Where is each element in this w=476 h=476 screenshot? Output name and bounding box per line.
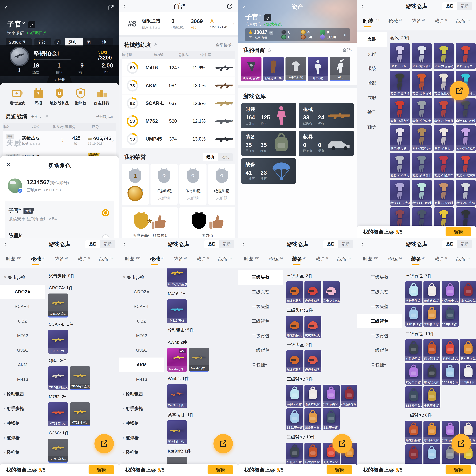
item-card[interactable]: 套装-SS17特训 [456,98,476,123]
sidebar-item[interactable]: ∨ 突击步枪 [119,270,164,285]
item-card[interactable]: SS9赛季背... [460,363,476,385]
all-link[interactable]: 全部 [342,48,350,53]
sidebar-item[interactable]: › 霰弹枪 [119,430,164,445]
item-card[interactable]: 套装-牛气满满 [456,153,476,178]
tab[interactable]: 战备41 [456,256,470,263]
sidebar-item[interactable]: › 射手步枪 [119,401,164,416]
sort-latest-button[interactable]: 最新 [219,240,234,248]
showcase-item[interactable]: 法斗尖角面罩 [241,57,261,81]
item-card[interactable]: 马卡龙头盔(... [323,281,340,304]
sidebar-item[interactable]: ∨ 突击步枪 [0,270,45,285]
toggle-classic[interactable]: 经典 [203,153,218,161]
item-card[interactable]: AWM-乌木... [189,348,209,372]
sort-quality-button[interactable]: 品质 [442,2,457,10]
sidebar-item[interactable]: › 射手步枪 [0,401,45,416]
tab[interactable]: 枪械33 [269,256,283,263]
item-card[interactable]: 套装-金鼠迎春 [434,153,454,178]
sidebar-item[interactable]: QBZ [0,314,45,328]
item-card[interactable]: 洛神天依背... [405,281,422,304]
tab[interactable]: 装备35 [411,255,425,264]
item-card[interactable]: M416-夜灯 [167,299,187,323]
mode-tab[interactable]: 团竞 [83,38,98,47]
all-matches-link[interactable]: 全部对局 [96,114,112,119]
sidebar-item[interactable]: 鞋子 [357,119,387,134]
share-fab[interactable] [332,434,352,453]
item-card[interactable] [424,444,440,466]
sidebar-item[interactable]: 三级背包 [238,314,283,328]
item-card[interactable]: 瑞龙福将头... [286,281,303,304]
seal-card[interactable]: ? 绝世印记 未解锁 [208,164,236,205]
mode-tab[interactable]: 地铁 [98,38,113,47]
item-card[interactable]: SS11赛季背... [442,363,459,385]
item-card[interactable]: AKM-虎虎生威 [167,269,187,287]
warehouse-category-card[interactable]: 装备 35已拥有 35稀有 [241,131,296,156]
seal-card[interactable]: ? 卓越印记 未解锁 [151,164,178,205]
share-fab[interactable] [450,81,469,101]
toggle-metro[interactable]: 地铁 [218,153,233,161]
item-card[interactable]: 暗夜玫瑰背... [424,281,440,304]
edit-button[interactable]: 编辑 [445,227,471,236]
item-card[interactable]: 套装-甜蜜熊... [434,125,454,151]
warehouse-category-card[interactable]: 载具 0已拥有 0稀有 [299,131,354,156]
close-icon[interactable]: ✕ [6,161,11,168]
item-card[interactable]: M762-牛气... [70,402,90,426]
item-card[interactable]: 套装-福星高照 [390,98,410,123]
item-card[interactable]: 虎虎生威头... [305,281,321,304]
item-card[interactable]: M762-瑞龙... [48,402,68,426]
edit-button[interactable]: 编辑 [88,465,114,474]
share-fab[interactable] [213,434,233,453]
sort-latest-button[interactable]: 最新 [457,240,472,248]
gun-row[interactable]: 62 SCAR-L 637 12.9% › [121,94,236,112]
item-card[interactable]: SS9赛季背... [424,305,440,327]
quick-action[interactable]: 启动游戏 [7,88,28,106]
tab[interactable]: 战备41 [218,256,232,263]
sidebar-item[interactable]: 二级背包 [238,328,283,343]
gun-row[interactable]: 73 AKM 984 13.0% › [121,77,236,94]
tab[interactable]: 装备35 [292,255,306,264]
sidebar-item[interactable]: › 轻机枪 [119,445,164,459]
item-card[interactable]: 套装-格斗先锋 [456,180,476,206]
sidebar-item[interactable]: 二级头盔 [357,285,402,299]
back-icon[interactable]: ‹ [123,2,126,10]
honor-tile[interactable]: ★ 历史最高/王牌次数1 超级王牌1星 [121,207,178,238]
sidebar-item[interactable]: 眼镜 [357,61,387,76]
item-card[interactable]: SS11赛季背... [286,408,303,430]
gun-row[interactable]: 53 UMP45 374 13.0% › [121,130,236,148]
item-card[interactable]: QBZ-乌木金纹 [70,366,90,390]
role-radio[interactable] [102,234,109,238]
item-card[interactable]: SS9赛季背... [305,408,321,430]
item-card[interactable]: 套装-SS9特训 [434,180,454,206]
sidebar-item[interactable]: 一级头盔 [238,299,283,314]
tab[interactable]: 载具0 [316,256,328,263]
sort-quality-button[interactable]: 品质 [85,240,100,248]
item-card[interactable]: 套装-长空猛禽 [412,98,432,123]
warehouse-category-card[interactable]: 枪械 33已拥有 24稀有 [299,103,354,128]
tab[interactable]: 枪械33 [31,255,45,264]
share-icon[interactable] [227,3,233,9]
sidebar-item[interactable]: 衣服 [357,90,387,105]
quick-action[interactable]: 7 周报 [28,88,49,106]
item-card[interactable]: 套装-电音精灵 [390,71,410,96]
showcase-item[interactable]: 雀跃 [330,57,350,81]
latest-match-row[interactable]: #8 极限追猎创意 ♟♟♟♟ 0伤害191 3069+30 A12-18 21:… [119,12,238,35]
sort-quality-button[interactable]: 品质 [323,240,338,248]
sidebar-item[interactable]: 一级背包 [357,343,402,357]
sidebar-item[interactable]: 裤子 [357,105,387,119]
sort-latest-button[interactable]: 最新 [457,2,472,10]
item-card[interactable]: 套装-逆风勇士 [412,153,432,178]
tab[interactable]: 时装164 [363,17,379,26]
expand-button[interactable]: ∨展开 [47,76,72,83]
heat-card[interactable]: 10817? 历史总热力值 6400641694 » [245,28,350,41]
item-card[interactable]: 狂鲨锋刃背... [405,339,422,361]
sort-quality-button[interactable]: 品质 [204,240,219,248]
item-card[interactable]: 套装-原初圣火 [390,153,410,178]
sidebar-item[interactable]: 头部 [357,47,387,61]
item-card[interactable]: 原初圣火背... [424,421,440,443]
honor-tile[interactable]: 赞力值 332 [179,207,236,238]
item-card[interactable]: 套装-竞技名士 [412,43,432,69]
sidebar-item[interactable]: 背包挂件 [357,357,402,372]
back-icon[interactable]: ‹ [361,2,364,10]
item-card[interactable]: SS11赛季背... [405,305,422,327]
sidebar-item[interactable]: M416 [0,372,45,387]
back-icon[interactable]: ‹ [242,240,245,248]
